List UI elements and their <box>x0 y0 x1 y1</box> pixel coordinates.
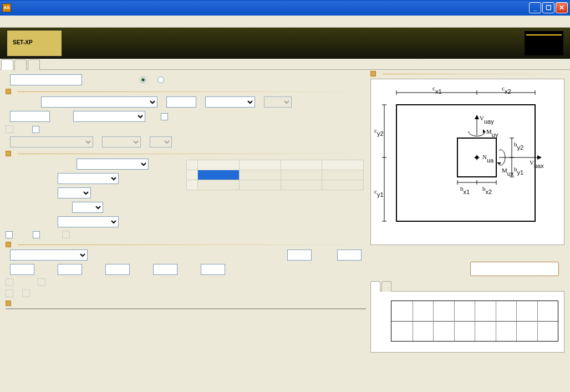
svg-marker-21 <box>475 115 479 119</box>
svg-text:Muy: Muy <box>486 128 498 138</box>
svg-text:Nua: Nua <box>482 154 494 164</box>
tab-input[interactable] <box>1 59 13 70</box>
ey-input <box>337 250 362 261</box>
maximize-button[interactable]: ☐ <box>542 2 554 13</box>
dims-cell-selected[interactable] <box>198 170 240 180</box>
dims-table[interactable] <box>186 160 364 190</box>
brand-logo <box>525 31 563 55</box>
inspection-select <box>102 136 141 147</box>
chk-grout[interactable] <box>6 231 13 238</box>
emb-select[interactable] <box>72 202 103 213</box>
type-select[interactable] <box>58 173 119 184</box>
vuax-input[interactable] <box>58 264 82 275</box>
chk-shearfront[interactable] <box>38 278 45 286</box>
result-tab-interaction[interactable] <box>381 281 391 292</box>
jobname-input[interactable] <box>10 74 82 85</box>
concrete-select[interactable] <box>41 96 157 108</box>
chk-sustained[interactable] <box>6 289 13 297</box>
svg-text:cy2: cy2 <box>374 127 384 137</box>
grade-select[interactable] <box>58 216 119 227</box>
calculate-button[interactable] <box>470 262 559 276</box>
svg-text:bx1: bx1 <box>460 185 470 195</box>
result-chart <box>374 301 561 348</box>
chk-ignore[interactable] <box>62 231 70 238</box>
svg-marker-26 <box>537 155 542 160</box>
svg-rect-0 <box>396 105 535 221</box>
vuay-input[interactable] <box>105 264 130 275</box>
dia-select[interactable] <box>58 187 91 198</box>
tab-catalog[interactable] <box>28 59 40 70</box>
minimize-button[interactable]: _ <box>529 2 541 13</box>
svg-text:Mux: Mux <box>502 167 514 177</box>
chk-no-breakout-shear[interactable] <box>32 126 39 133</box>
ex-input <box>287 250 312 261</box>
chk-windonly[interactable] <box>22 289 30 297</box>
svg-text:bx2: bx2 <box>482 185 492 195</box>
svg-text:by1: by1 <box>514 166 523 176</box>
radio-analysis[interactable] <box>140 77 146 83</box>
nua-input[interactable] <box>10 264 34 275</box>
temp-select <box>150 136 172 147</box>
psi-select <box>264 96 292 108</box>
chk-supp-edge[interactable] <box>161 113 168 120</box>
thickness-input[interactable] <box>10 111 50 122</box>
config-select[interactable] <box>77 159 149 170</box>
tab-output[interactable] <box>14 59 27 70</box>
condition-select[interactable] <box>73 111 145 122</box>
hole-select <box>10 136 93 147</box>
muy-input <box>201 264 225 275</box>
solutions-table[interactable] <box>6 308 366 309</box>
svg-text:Vuay: Vuay <box>480 115 494 125</box>
app-icon: AS <box>2 3 11 12</box>
svg-text:Vuax: Vuax <box>530 159 544 169</box>
result-tab-tension-shear[interactable] <box>370 281 380 292</box>
svg-text:cx2: cx2 <box>502 85 511 95</box>
product-image <box>7 30 62 57</box>
source-select[interactable] <box>10 250 88 261</box>
chk-no-breakout-tension[interactable] <box>6 125 13 133</box>
svg-marker-28 <box>497 162 501 165</box>
chk-nobase[interactable] <box>33 231 40 238</box>
svg-text:cy1: cy1 <box>374 188 384 198</box>
crack-select[interactable] <box>205 96 255 108</box>
anchor-layout-figure: Nua cx1 cx2 cy2 cy1 Vuay Muy Vuax <box>370 79 564 245</box>
radio-design[interactable] <box>157 77 164 83</box>
close-button[interactable]: ✕ <box>556 2 568 13</box>
chk-seismic[interactable] <box>6 278 13 286</box>
svg-text:by2: by2 <box>514 141 523 151</box>
fc-input[interactable] <box>166 96 196 108</box>
mux-input <box>153 264 177 275</box>
svg-text:cx1: cx1 <box>432 85 442 95</box>
